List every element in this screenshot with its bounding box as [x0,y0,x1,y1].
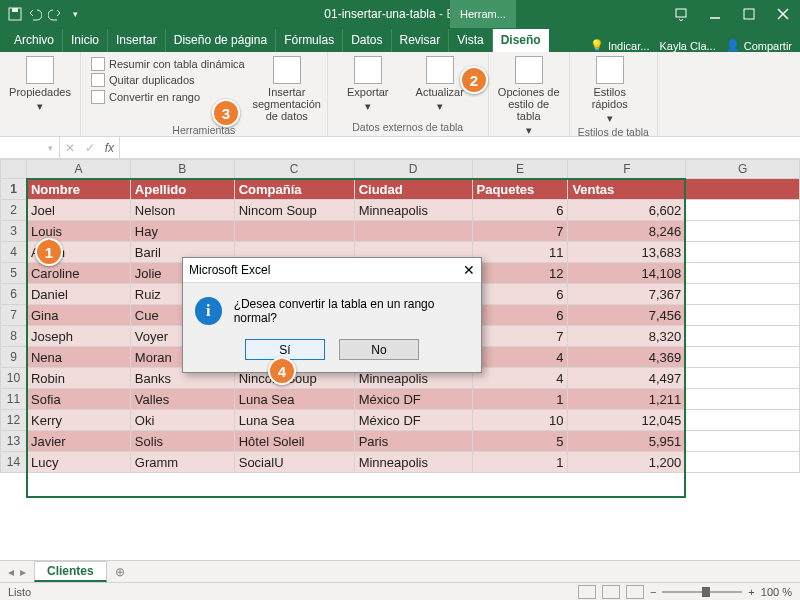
zoom-in-button[interactable]: + [748,586,754,598]
tell-me[interactable]: 💡 Indicar... [590,39,650,52]
zoom-slider[interactable] [662,591,742,593]
row-header[interactable]: 7 [1,305,27,326]
cell[interactable]: 10 [472,410,568,431]
cell[interactable]: 12,045 [568,410,686,431]
maximize-button[interactable] [732,0,766,28]
save-icon[interactable] [8,7,22,21]
zoom-level[interactable]: 100 % [761,586,792,598]
cell[interactable]: SocialU [234,452,354,473]
cell[interactable]: Sofia [26,389,130,410]
cell[interactable]: Minneapolis [354,200,472,221]
row-header[interactable]: 9 [1,347,27,368]
ribbon-options-icon[interactable] [664,0,698,28]
tab-diseno-tabla[interactable]: Diseño [493,29,549,52]
cell[interactable]: 4,497 [568,368,686,389]
export-button[interactable]: Exportar ▾ [336,56,400,112]
cell[interactable]: 12 [472,263,568,284]
cell[interactable]: 7 [472,326,568,347]
cell[interactable]: 5,951 [568,431,686,452]
properties-button[interactable]: Propiedades ▾ [8,56,72,112]
cell[interactable]: 11 [472,242,568,263]
cell[interactable]: Nena [26,347,130,368]
table-row[interactable]: 11SofiaVallesLuna SeaMéxico DF11,211 [1,389,800,410]
name-box[interactable]: ▾ [0,137,60,158]
cell[interactable]: México DF [354,410,472,431]
cell[interactable]: 4 [472,347,568,368]
cell[interactable]: Minneapolis [354,452,472,473]
table-style-options-button[interactable]: Opciones de estilo de tabla ▾ [497,56,561,136]
cell[interactable]: 1 [472,389,568,410]
row-header[interactable]: 11 [1,389,27,410]
cell[interactable]: Joel [26,200,130,221]
view-layout-icon[interactable] [602,585,620,599]
cell[interactable]: Nelson [130,200,234,221]
cell[interactable]: Lucy [26,452,130,473]
cell[interactable]: Luna Sea [234,389,354,410]
row-header[interactable]: 12 [1,410,27,431]
minimize-button[interactable] [698,0,732,28]
cell[interactable]: Luna Sea [234,410,354,431]
redo-icon[interactable] [48,7,62,21]
cell[interactable]: Gina [26,305,130,326]
row-header[interactable]: 14 [1,452,27,473]
tab-vista[interactable]: Vista [449,29,492,52]
cell[interactable]: Kerry [26,410,130,431]
tab-diseno-pagina[interactable]: Diseño de página [166,29,276,52]
col-header[interactable]: F [568,160,686,179]
cell[interactable]: Caroline [26,263,130,284]
summarize-pivot-button[interactable]: Resumir con tabla dinámica [89,56,247,72]
table-row[interactable]: 12KerryOkiLuna SeaMéxico DF1012,045 [1,410,800,431]
tab-inicio[interactable]: Inicio [63,29,108,52]
col-header[interactable]: E [472,160,568,179]
cell[interactable]: 7,456 [568,305,686,326]
row-header[interactable]: 6 [1,284,27,305]
row-header[interactable]: 8 [1,326,27,347]
cell[interactable]: Hôtel Soleil [234,431,354,452]
undo-icon[interactable] [28,7,42,21]
row-header[interactable]: 2 [1,200,27,221]
cell[interactable]: 6 [472,284,568,305]
cell[interactable]: 1 [472,452,568,473]
remove-duplicates-button[interactable]: Quitar duplicados [89,72,247,88]
table-row[interactable]: 14LucyGrammSocialUMinneapolis11,200 [1,452,800,473]
row-header[interactable]: 1 [1,179,27,200]
col-header[interactable]: G [686,160,800,179]
insert-slicer-button[interactable]: Insertar segmentación de datos [255,56,319,122]
table-row[interactable]: 3LouisHay78,246 [1,221,800,242]
row-header[interactable]: 4 [1,242,27,263]
cell[interactable]: 7,367 [568,284,686,305]
fx-icon[interactable]: fx [105,141,114,155]
row-header[interactable]: 3 [1,221,27,242]
cell[interactable]: 13,683 [568,242,686,263]
tab-insertar[interactable]: Insertar [108,29,166,52]
cell[interactable] [354,221,472,242]
cell[interactable]: 14,108 [568,263,686,284]
cell[interactable]: Oki [130,410,234,431]
cell[interactable]: Paris [354,431,472,452]
cell[interactable]: Hay [130,221,234,242]
tab-revisar[interactable]: Revisar [392,29,450,52]
dialog-no-button[interactable]: No [339,339,419,360]
row-header[interactable]: 13 [1,431,27,452]
cell[interactable]: Joseph [26,326,130,347]
zoom-out-button[interactable]: − [650,586,656,598]
view-pagebreak-icon[interactable] [626,585,644,599]
col-header[interactable]: B [130,160,234,179]
cell[interactable]: Daniel [26,284,130,305]
table-row[interactable]: 2JoelNelsonNincom SoupMinneapolis66,602 [1,200,800,221]
dialog-close-icon[interactable]: ✕ [463,262,475,278]
user-account[interactable]: Kayla Cla... [659,40,715,52]
cell[interactable]: Javier [26,431,130,452]
cell[interactable]: Nincom Soup [234,200,354,221]
cell[interactable]: 8,320 [568,326,686,347]
cell[interactable]: Solis [130,431,234,452]
tab-datos[interactable]: Datos [343,29,391,52]
close-button[interactable] [766,0,800,28]
share-button[interactable]: 👤 Compartir [726,39,792,52]
cell[interactable]: México DF [354,389,472,410]
cell[interactable]: 5 [472,431,568,452]
tab-formulas[interactable]: Fórmulas [276,29,343,52]
cell[interactable]: Robin [26,368,130,389]
sheet-tab-clientes[interactable]: Clientes [34,561,107,582]
col-header[interactable]: D [354,160,472,179]
